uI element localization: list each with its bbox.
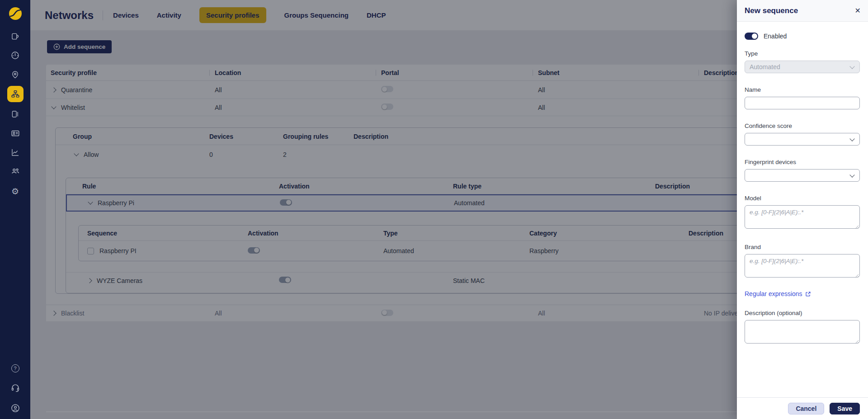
confidence-score-select[interactable] — [745, 133, 860, 146]
cancel-button[interactable]: Cancel — [788, 403, 824, 414]
type-select[interactable]: Automated — [745, 61, 860, 73]
account-icon[interactable] — [7, 400, 24, 416]
app-logo[interactable] — [7, 5, 24, 22]
close-icon[interactable]: ✕ — [855, 7, 861, 14]
panel-header: New sequence ✕ — [737, 0, 868, 22]
chevron-down-icon — [849, 172, 854, 177]
headset-icon[interactable] — [7, 380, 24, 396]
modal-backdrop[interactable] — [30, 0, 737, 419]
description-textarea[interactable] — [745, 320, 860, 344]
model-textarea[interactable] — [745, 205, 860, 229]
regular-expressions-link[interactable]: Regular expressions — [745, 290, 811, 297]
rooms-icon[interactable] — [7, 106, 24, 122]
fingerprint-devices-label: Fingerprint devices — [745, 159, 860, 165]
gauge-icon[interactable] — [7, 47, 24, 63]
panel-title: New sequence — [745, 6, 855, 15]
help-icon[interactable]: ? — [7, 360, 24, 377]
brand-label: Brand — [745, 244, 860, 250]
type-label: Type — [745, 50, 860, 57]
panel-body: Enabled Type Automated Name Confidence s… — [737, 22, 868, 397]
users-icon[interactable] — [7, 163, 24, 179]
external-link-icon — [805, 291, 811, 297]
gear-icon[interactable]: ⚙ — [7, 183, 24, 199]
description-label: Description (optional) — [745, 310, 860, 316]
panel-footer: Cancel Save — [737, 397, 868, 419]
confidence-score-label: Confidence score — [745, 122, 860, 129]
new-sequence-panel: New sequence ✕ Enabled Type Automated Na… — [737, 0, 868, 419]
chevron-down-icon — [849, 136, 854, 141]
network-icon[interactable] — [7, 86, 24, 102]
sidebar: ⚙ ? — [0, 0, 30, 419]
name-input[interactable] — [745, 97, 860, 109]
enabled-label: Enabled — [764, 33, 787, 40]
save-button[interactable]: Save — [830, 403, 860, 414]
fingerprint-devices-select[interactable] — [745, 169, 860, 182]
id-card-icon[interactable] — [7, 125, 24, 141]
mug-icon[interactable] — [7, 28, 24, 44]
chevron-down-icon — [849, 64, 854, 69]
brand-textarea[interactable] — [745, 254, 860, 278]
map-pin-icon[interactable] — [7, 66, 24, 82]
name-label: Name — [745, 86, 860, 93]
model-label: Model — [745, 195, 860, 202]
chart-icon[interactable] — [7, 144, 24, 160]
enabled-toggle[interactable] — [745, 33, 758, 40]
